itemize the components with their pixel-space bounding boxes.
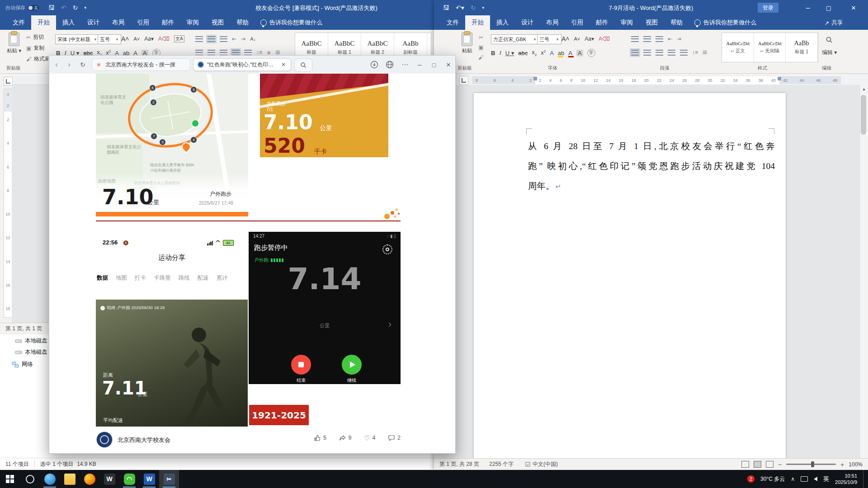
taskbar-edge[interactable] [40,470,60,488]
share-button[interactable]: 9 [339,434,352,441]
ribbon-tab[interactable]: 引用 [131,15,156,30]
like-button[interactable]: 5 [314,434,326,441]
redo-icon[interactable]: ↻ [471,5,476,11]
favorite-button[interactable]: ♡ 4 [364,434,375,441]
tab-close-icon[interactable]: ✕ [281,61,286,68]
format-painter-button[interactable]: 🖌格式刷 [26,55,50,63]
save-icon[interactable]: 🖫 [48,5,55,11]
stop-button[interactable] [291,355,311,375]
increase-indent-icon[interactable]: ⇥ [677,36,681,42]
bold-icon[interactable]: B [491,50,495,56]
tab-selector-box[interactable] [459,76,468,85]
zoom-slider[interactable] [786,464,836,465]
grow-font-icon[interactable]: A˄ [561,35,570,42]
font-color-icon[interactable]: A [568,50,572,56]
font-name-combobox[interactable]: 方正仿宋_GBK▼ [491,34,539,44]
autosave-switch-icon[interactable]: 关 [28,5,39,11]
align-center-icon[interactable] [208,50,215,56]
borders-icon[interactable]: ⊞ [703,49,707,56]
document-page[interactable]: 从 6 月 28 日至 7 月 1 日,北京校友会举行“红色奔 跑” 映初心,“… [474,93,786,458]
format-painter-icon[interactable]: 🖌 [478,54,484,61]
phonetic-guide-icon[interactable]: 文A [174,35,184,42]
text-effects-icon[interactable]: A [550,50,554,56]
settings-gear-icon[interactable] [382,244,392,254]
tab-selector-box[interactable] [4,77,13,86]
tell-me-box[interactable]: 告诉我你想要做什么 [689,15,762,30]
run-photo-card[interactable]: 咕咚·户外跑 2025/06/30 18:29 距离 7.11 公里 平均配速 [96,300,248,427]
number-list-icon[interactable] [208,36,215,42]
decrease-indent-icon[interactable]: ⇤ [668,36,672,42]
ribbon-tab[interactable]: 设计 [81,15,106,30]
undo-icon[interactable]: ↶ [61,5,66,11]
run-poster-image[interactable]: 户外跑步 7/1 7.10 公里 520 千卡 [260,74,388,157]
tell-me-box[interactable]: 告诉我你想要做什么 [255,15,328,30]
font-name-combobox[interactable]: 宋体 (中文标题▼ [55,34,99,44]
sport-tab[interactable]: 地图 [116,274,127,282]
change-case-icon[interactable]: Aa▾ [144,36,154,42]
bullet-list-icon[interactable] [631,36,639,42]
edit-menu[interactable]: 编辑 ▾ [822,49,837,56]
redo-icon[interactable]: ↻ [73,5,78,11]
ribbon-tab[interactable]: 文件 [440,15,465,30]
increase-indent-icon[interactable]: ⇥ [241,36,245,42]
tab-search-button[interactable] [294,58,312,72]
ime-language-indicator[interactable]: 英 [823,475,829,483]
font-size-combobox[interactable]: 五号▼ [98,34,121,44]
account-name[interactable]: 北京西南大学校友会 [118,436,170,444]
account-avatar[interactable] [96,432,113,448]
align-right-icon[interactable] [656,50,663,56]
ribbon-tab[interactable]: 帮助 [664,15,689,30]
document-area[interactable]: 从 6 月 28 日至 7 月 1 日,北京校友会举行“红色奔 跑” 映初心,“… [434,85,859,458]
style-item[interactable]: AaBb标题 1 [786,33,818,62]
clear-format-icon[interactable]: A⌫ [158,36,170,42]
taskbar-w-app[interactable]: W [99,470,119,488]
align-left-icon[interactable] [631,50,639,56]
ribbon-tab[interactable]: 布局 [106,15,131,30]
shading-icon[interactable]: ◈ [267,49,271,56]
copy-icon[interactable]: ▣ [478,44,483,51]
run-route-map-image[interactable]: 6 5 2 7 3 4 回龙观体育文化公园 回龙观体育文化公园南区 锐动无潮儿童… [96,74,248,216]
login-button[interactable]: 登录 [758,3,778,13]
distribute-icon[interactable] [680,50,688,56]
copy-button[interactable]: ▣复制 [26,44,44,52]
display-icon[interactable] [801,476,808,482]
chevron-right-icon[interactable]: › [388,319,392,330]
minimize-button[interactable]: ─ [415,60,425,69]
bullet-list-icon[interactable] [195,36,203,42]
grow-font-icon[interactable]: A˄ [121,35,129,42]
ribbon-tab[interactable]: 设计 [515,15,540,30]
justify-icon[interactable] [232,50,240,56]
zoom-level[interactable]: 100% [849,461,863,468]
sport-tab[interactable]: 卡路里 [154,274,171,282]
ribbon-tab[interactable]: 审阅 [614,15,639,30]
share-button[interactable]: ↗共享 [825,15,843,30]
paste-button[interactable]: 粘贴 ▾ [4,33,24,54]
sport-tab[interactable]: 路线 [179,274,190,282]
page-indicator[interactable]: 第 1 页, 共 28 页 [439,460,479,468]
paste-button[interactable]: 粘贴 [457,33,477,54]
italic-icon[interactable]: I [499,49,501,56]
underline-icon[interactable]: U ▾ [505,50,514,56]
superscript-icon[interactable]: x2 [541,49,546,56]
download-icon[interactable] [369,60,379,69]
line-spacing-icon[interactable]: ↕≡ [256,49,262,56]
ribbon-tab[interactable]: 引用 [565,15,590,30]
change-case-icon[interactable]: Aa▾ [585,36,594,42]
style-item[interactable]: AaBbCcDd↵无间隔 [754,33,786,62]
quick-access-caret-icon[interactable]: ▾ [482,6,485,10]
weather-widget[interactable]: 30°C 多云 [760,475,785,483]
tray-expand-icon[interactable]: ∧ [791,476,795,482]
font-size-combobox[interactable]: 三号▼ [537,34,561,44]
strikethrough-icon[interactable]: abc [518,50,528,56]
volume-icon[interactable] [814,477,817,481]
clock[interactable]: 10:51 2025/10/9 [835,473,857,485]
tree-item-network[interactable]: 网络 [12,361,33,368]
ribbon-tab[interactable]: 审阅 [180,15,205,30]
taskbar-snip-tool[interactable]: ✂ [159,470,179,488]
ribbon-tab[interactable]: 视图 [639,15,664,30]
ribbon-tab[interactable]: 视图 [205,15,230,30]
zoom-out-icon[interactable]: − [778,461,782,468]
show-desktop-button[interactable] [863,470,866,488]
browser-tab-active[interactable]: “红色奔跑”映初心,“红色印记”颂党恩 ✕ [193,58,291,71]
ribbon-tab[interactable]: 插入 [490,15,515,30]
